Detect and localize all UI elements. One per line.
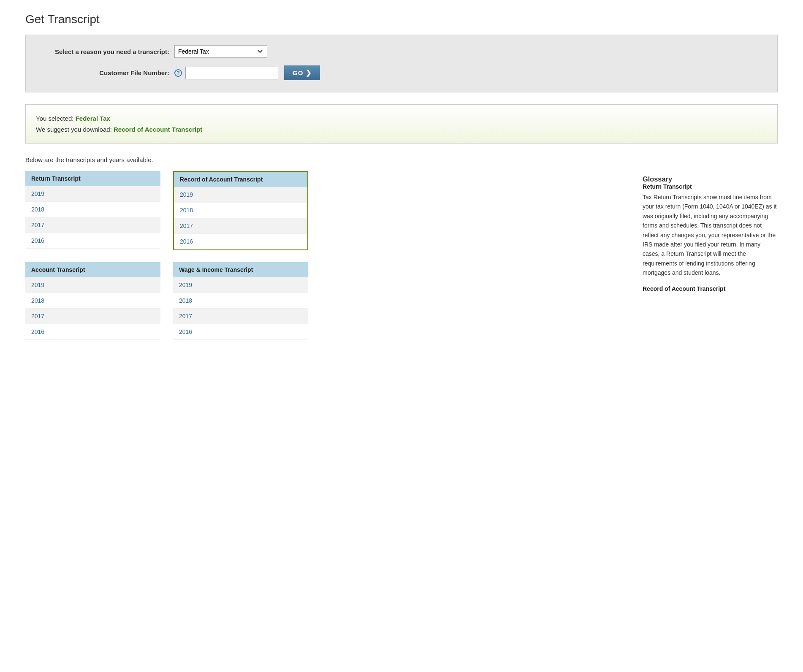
- record-2017[interactable]: 2017: [174, 218, 307, 234]
- section-record-of-account-transcript: Record of Account Transcript 2019 2018 2…: [173, 171, 308, 250]
- suggestion-selected-value: Federal Tax: [76, 115, 110, 122]
- return-2016[interactable]: 2016: [25, 233, 160, 249]
- wage-income-header: Wage & Income Transcript: [173, 262, 308, 277]
- suggestion-suggest-line: We suggest you download: Record of Accou…: [36, 124, 767, 135]
- reason-label: Select a reason you need a transcript:: [43, 48, 169, 55]
- go-button-label: GO: [293, 69, 303, 76]
- suggestion-box: You selected: Federal Tax We suggest you…: [25, 104, 778, 144]
- record-2018[interactable]: 2018: [174, 203, 307, 218]
- account-transcript-header: Account Transcript: [25, 262, 160, 277]
- suggestion-suggest-value: Record of Account Transcript: [114, 126, 202, 133]
- wage-2017[interactable]: 2017: [173, 309, 308, 324]
- record-2019[interactable]: 2019: [174, 187, 307, 203]
- glossary-term-return: Return Transcript Tax Return Transcripts…: [643, 183, 778, 278]
- record-2016[interactable]: 2016: [174, 234, 307, 249]
- account-2019[interactable]: 2019: [25, 277, 160, 293]
- glossary-title: Glossary: [643, 175, 778, 183]
- top-form-box: Select a reason you need a transcript: F…: [25, 35, 778, 92]
- account-2016[interactable]: 2016: [25, 324, 160, 340]
- available-label: Below are the transcripts and years avai…: [25, 156, 778, 163]
- suggestion-selected-prefix: You selected:: [36, 115, 76, 122]
- reason-select[interactable]: Federal Tax State Tax Other: [174, 45, 267, 58]
- cfn-label: Customer File Number:: [43, 69, 169, 76]
- section-return-transcript: Return Transcript 2019 2018 2017 2016: [25, 171, 160, 250]
- page-title: Get Transcript: [25, 13, 778, 26]
- record-account-header: Record of Account Transcript: [174, 172, 307, 187]
- help-icon[interactable]: ?: [174, 69, 182, 77]
- wage-2018[interactable]: 2018: [173, 293, 308, 309]
- return-2019[interactable]: 2019: [25, 186, 160, 202]
- return-2018[interactable]: 2018: [25, 202, 160, 217]
- bottom-sections-row: Account Transcript 2019 2018 2017 2016 W…: [25, 262, 626, 340]
- cfn-input[interactable]: [185, 67, 278, 79]
- left-content: Return Transcript 2019 2018 2017 2016 Re…: [25, 171, 626, 340]
- glossary-panel: Glossary Return Transcript Tax Return Tr…: [643, 171, 778, 295]
- go-button[interactable]: GO ❯: [284, 65, 320, 80]
- suggestion-selected-line: You selected: Federal Tax: [36, 113, 767, 124]
- account-2017[interactable]: 2017: [25, 309, 160, 324]
- all-content: Return Transcript 2019 2018 2017 2016 Re…: [25, 171, 778, 340]
- section-account-transcript: Account Transcript 2019 2018 2017 2016: [25, 262, 160, 340]
- account-2018[interactable]: 2018: [25, 293, 160, 309]
- wage-2016[interactable]: 2016: [173, 324, 308, 340]
- top-sections-row: Return Transcript 2019 2018 2017 2016 Re…: [25, 171, 626, 250]
- reason-row: Select a reason you need a transcript: F…: [43, 45, 760, 58]
- wage-2019[interactable]: 2019: [173, 277, 308, 293]
- glossary-term-return-def: Tax Return Transcripts show most line it…: [643, 192, 778, 278]
- glossary-term-record-label: Record of Account Transcript: [643, 285, 778, 292]
- suggestion-suggest-prefix: We suggest you download:: [36, 126, 114, 133]
- return-2017[interactable]: 2017: [25, 217, 160, 233]
- section-wage-income-transcript: Wage & Income Transcript 2019 2018 2017 …: [173, 262, 308, 340]
- glossary-term-record: Record of Account Transcript: [643, 285, 778, 292]
- return-transcript-header: Return Transcript: [25, 171, 160, 186]
- go-chevron-icon: ❯: [306, 69, 312, 77]
- cfn-row: Customer File Number: ? GO ❯: [43, 65, 760, 80]
- glossary-term-return-label: Return Transcript: [643, 183, 778, 190]
